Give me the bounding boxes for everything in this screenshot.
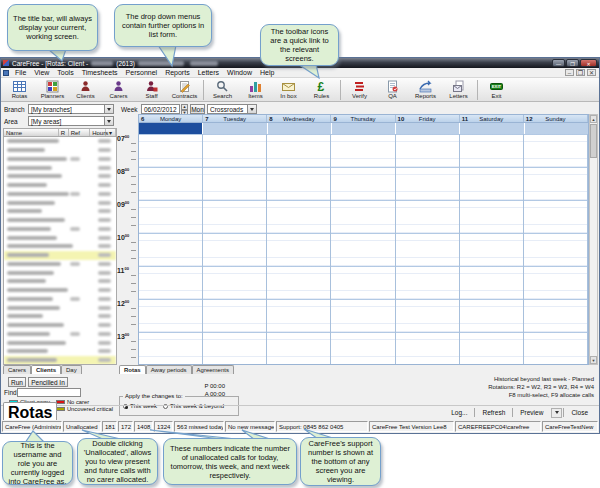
list-row[interactable] xyxy=(4,181,116,190)
toolbar-staff-button[interactable]: Staff xyxy=(135,80,168,99)
list-row[interactable] xyxy=(4,163,116,172)
list-row[interactable] xyxy=(4,286,116,295)
list-row[interactable] xyxy=(4,233,116,242)
list-row[interactable] xyxy=(4,330,116,339)
day-header-sunday[interactable]: 12Sunday xyxy=(524,115,588,122)
chevron-down-icon[interactable] xyxy=(247,105,256,113)
list-row[interactable] xyxy=(4,338,116,347)
tab-rotas[interactable]: Rotas xyxy=(119,365,146,374)
minimize-button[interactable]: — xyxy=(552,59,565,67)
day-header-thursday[interactable]: 9Thursday xyxy=(331,115,395,122)
week-date-select[interactable]: 06/02/2012 xyxy=(141,104,180,114)
child-window-icon[interactable] xyxy=(3,70,9,76)
column-header-ref[interactable]: Ref xyxy=(69,129,91,136)
toolbar-exit-button[interactable]: EXITExit xyxy=(480,80,513,99)
list-row[interactable] xyxy=(4,295,116,304)
find-input[interactable] xyxy=(17,388,81,397)
column-header-hours[interactable]: Hours xyxy=(90,129,106,136)
close-button[interactable]: ✕ xyxy=(580,59,597,67)
tab-clients[interactable]: Clients xyxy=(31,365,61,374)
day-column-wednesday[interactable] xyxy=(267,134,331,364)
list-row[interactable] xyxy=(4,321,116,330)
menu-file[interactable]: File xyxy=(11,69,30,76)
list-row[interactable] xyxy=(4,190,116,199)
scroll-up-icon[interactable]: ▲ xyxy=(590,115,597,123)
maximize-button[interactable]: ❐ xyxy=(566,59,579,67)
list-row[interactable] xyxy=(4,172,116,181)
chevron-down-icon[interactable] xyxy=(104,105,113,113)
day-column-tuesday[interactable] xyxy=(203,134,267,364)
allday-cell-friday[interactable] xyxy=(396,123,459,134)
branch-select[interactable]: [My branches] xyxy=(28,104,114,114)
toolbar-clients-button[interactable]: Clients xyxy=(69,80,102,99)
day-header-wednesday[interactable]: 8Wednesday xyxy=(267,115,331,122)
toolbar-letters-button[interactable]: Letters xyxy=(442,80,475,99)
list-row[interactable] xyxy=(4,277,116,286)
refresh-button[interactable]: Refresh xyxy=(475,408,512,417)
toolbar-carers-button[interactable]: Carers xyxy=(102,80,135,99)
allday-cell-tuesday[interactable] xyxy=(203,123,266,134)
chevron-down-icon[interactable] xyxy=(104,117,113,125)
scrollbar-thumb[interactable] xyxy=(590,124,597,158)
toolbar-rules-button[interactable]: £Rules xyxy=(305,80,338,99)
scroll-down-icon[interactable]: ▼ xyxy=(590,356,597,364)
list-row[interactable] xyxy=(4,225,116,234)
close-button[interactable]: Close xyxy=(564,408,595,417)
toolbar-verify-button[interactable]: Verify xyxy=(343,80,376,99)
tab-agreements[interactable]: Agreements xyxy=(192,365,234,374)
menu-reports[interactable]: Reports xyxy=(161,69,194,76)
preview-dropdown-button[interactable] xyxy=(551,408,562,418)
run-button[interactable]: Run xyxy=(8,377,26,387)
allday-cell-saturday[interactable] xyxy=(460,123,523,134)
status-count-today[interactable]: 181 xyxy=(102,421,117,432)
list-row[interactable] xyxy=(4,155,116,164)
list-row[interactable] xyxy=(4,251,116,260)
pencilled-in-button[interactable]: Pencilled In xyxy=(28,377,68,387)
list-row[interactable] xyxy=(4,356,116,365)
menu-tools[interactable]: Tools xyxy=(53,69,77,76)
allday-cell-monday[interactable] xyxy=(139,123,202,134)
list-row[interactable] xyxy=(4,198,116,207)
calendar-allday-row[interactable] xyxy=(138,123,589,134)
day-header-saturday[interactable]: 11Saturday xyxy=(460,115,524,122)
list-row[interactable] xyxy=(4,268,116,277)
carer-list[interactable] xyxy=(3,137,117,365)
day-column-thursday[interactable] xyxy=(331,134,395,364)
child-minimize-icon[interactable]: – xyxy=(565,69,574,76)
log-button[interactable]: Log... xyxy=(444,408,474,417)
run-select[interactable]: Crossroads xyxy=(207,104,257,114)
day-column-sunday[interactable] xyxy=(524,134,588,364)
list-row[interactable] xyxy=(4,137,116,146)
day-header-friday[interactable]: 10Friday xyxy=(396,115,460,122)
list-row[interactable] xyxy=(4,303,116,312)
status-unallocated[interactable]: Unallocated xyxy=(63,421,101,432)
day-column-monday[interactable] xyxy=(139,134,203,364)
day-column-saturday[interactable] xyxy=(460,134,524,364)
child-close-icon[interactable]: ✕ xyxy=(587,69,596,76)
status-count-this-week[interactable]: 1408 xyxy=(134,421,153,432)
calendar-grid[interactable] xyxy=(138,134,589,365)
toolbar-search-button[interactable]: Search xyxy=(206,80,239,99)
list-row[interactable] xyxy=(4,216,116,225)
menu-view[interactable]: View xyxy=(30,69,53,76)
week-start-day-button[interactable]: Mon xyxy=(190,104,205,114)
list-row[interactable] xyxy=(4,242,116,251)
tab-day[interactable]: Day xyxy=(61,365,82,374)
list-row[interactable] xyxy=(4,347,116,356)
toolbar-in-box-button[interactable]: In box xyxy=(272,80,305,99)
allday-cell-thursday[interactable] xyxy=(332,123,395,134)
list-row[interactable] xyxy=(4,260,116,269)
menu-personnel[interactable]: Personnel xyxy=(122,69,162,76)
status-count-tomorrow[interactable]: 172 xyxy=(118,421,133,432)
day-header-tuesday[interactable]: 7Tuesday xyxy=(203,115,267,122)
carer-list-header[interactable]: NameRRefHours▾ xyxy=(3,128,117,137)
week-spinner[interactable]: ▲ ▼ xyxy=(181,104,188,114)
column-header-r[interactable]: R xyxy=(59,129,69,136)
toolbar-items-button[interactable]: Items xyxy=(239,80,272,99)
column-header-name[interactable]: Name xyxy=(4,129,59,136)
allday-cell-sunday[interactable] xyxy=(525,123,588,134)
toolbar-contracts-button[interactable]: Contracts xyxy=(168,80,201,99)
menu-timesheets[interactable]: Timesheets xyxy=(78,69,122,76)
list-row[interactable] xyxy=(4,207,116,216)
area-select[interactable]: [My areas] xyxy=(28,116,114,126)
